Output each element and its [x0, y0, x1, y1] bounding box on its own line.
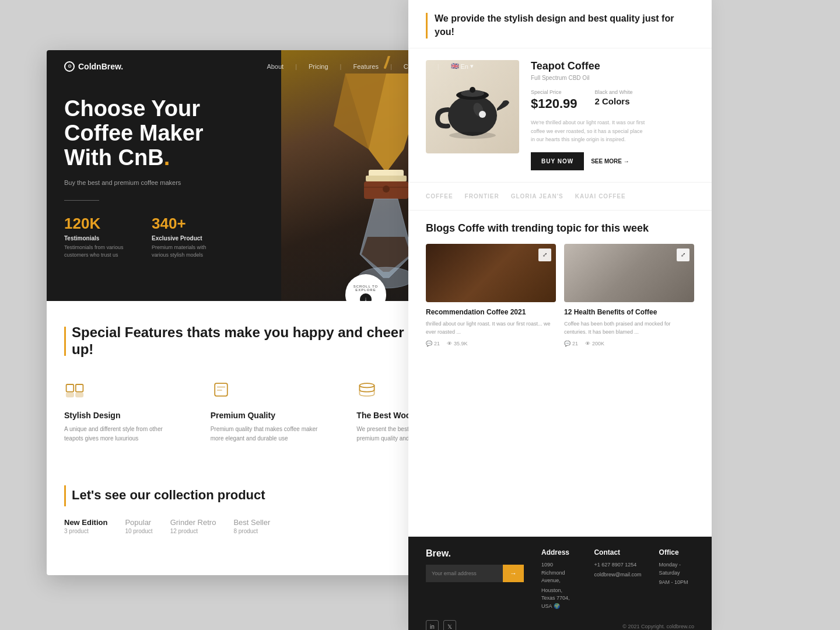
- hero-content: Choose Your Coffee Maker With CnB. Buy t…: [64, 97, 251, 259]
- newsletter-input[interactable]: [426, 565, 503, 582]
- tab-grinder-retro[interactable]: Grinder Retro 12 product: [170, 518, 216, 534]
- feature-name-0: Stylish Design: [64, 411, 181, 420]
- social-linkedin-icon[interactable]: in: [426, 620, 439, 630]
- tab-name-2: Grinder Retro: [170, 518, 216, 527]
- price-value: $120.99: [531, 96, 578, 111]
- nav-features[interactable]: Features: [353, 63, 378, 70]
- footer-office-days: Monday - Saturday: [659, 561, 694, 577]
- product-name: Teapot Coffee: [531, 60, 694, 72]
- footer-grid: Brew. → Address 1090 Richmond Avenue, Ho…: [426, 548, 694, 612]
- brand-3: KAUAI COFFEE: [575, 193, 626, 200]
- blog-excerpt-0: thrilled about our light roast. It was o…: [426, 320, 556, 336]
- feature-premium-quality: Premium Quality Premium quality that mak…: [211, 379, 328, 443]
- hero-stats: 120K Testimonials Testimonials from vari…: [64, 215, 251, 258]
- tab-count-1: 10 product: [125, 528, 152, 534]
- footer-address-line-0: 1090 Richmond Avenue,: [541, 561, 576, 585]
- footer-phone: +1 627 8907 1254: [594, 561, 641, 569]
- colors-value: 2 Colors: [595, 96, 633, 106]
- tab-name-3: Best Seller: [233, 518, 270, 527]
- hero-subtitle: Buy the best and premium coffee makers: [64, 179, 251, 186]
- stat-number-0: 120K: [64, 215, 128, 233]
- blog-section: Blogs Coffe with trending topic for this…: [408, 211, 712, 359]
- svg-point-13: [360, 383, 374, 387]
- buy-now-button[interactable]: BUY NOW: [531, 152, 584, 170]
- blog-image-0: ⤢: [426, 244, 556, 302]
- svg-point-14: [448, 95, 497, 136]
- comment-icon-1: 💬: [564, 341, 570, 346]
- nav-pricing[interactable]: Pricing: [309, 63, 328, 70]
- scroll-text: SCROLL TO EXPLORE: [345, 285, 386, 292]
- footer-address-line-1: Houston, Texas 7704, USA 🌍: [541, 587, 576, 611]
- blog-beans-background: [426, 244, 556, 302]
- best-wood-icon: [356, 379, 380, 402]
- footer-office-hours: 9AM - 10PM: [659, 579, 694, 587]
- footer-brand-col: Brew. →: [426, 548, 524, 612]
- brand-1: FRONTIER: [465, 193, 499, 200]
- blog-comments-1: 💬 21: [564, 341, 578, 346]
- tab-name-1: Popular: [125, 518, 152, 527]
- tab-count-0: 3 product: [64, 528, 107, 534]
- social-twitter-icon[interactable]: 𝕏: [443, 620, 456, 630]
- nav-contact[interactable]: Contact: [404, 63, 426, 70]
- newsletter-subscribe-button[interactable]: →: [503, 565, 524, 582]
- footer-bottom: in 𝕏 © 2021 Copyright. coldbrew.co: [426, 620, 694, 630]
- nav-about[interactable]: About: [267, 63, 284, 70]
- brand-0: COFFEE: [426, 193, 453, 200]
- stat-label-1: Exclusive Product: [152, 235, 216, 242]
- footer-address-col: Address 1090 Richmond Avenue, Houston, T…: [541, 548, 576, 612]
- svg-point-17: [470, 87, 475, 93]
- nav-language[interactable]: 🇬🇧 En ▾: [451, 62, 474, 70]
- footer: Brew. → Address 1090 Richmond Avenue, Ho…: [408, 537, 712, 630]
- price-label: Special Price: [531, 89, 578, 95]
- footer-logo: Brew.: [426, 548, 524, 559]
- footer-social: in 𝕏: [426, 620, 456, 630]
- comment-icon-0: 💬: [426, 341, 432, 346]
- svg-rect-8: [66, 393, 74, 397]
- feature-stylish-design: Stylish Design A unique and different st…: [64, 379, 181, 443]
- tab-popular[interactable]: Popular 10 product: [125, 518, 152, 534]
- svg-point-4: [383, 186, 390, 192]
- footer-contact-col: Contact +1 627 8907 1254 coldbrew@mail.c…: [594, 548, 641, 612]
- nav-divider-3: |: [390, 63, 392, 70]
- price-block: Special Price $120.99: [531, 89, 578, 111]
- svg-rect-9: [76, 393, 83, 397]
- tab-new-edition[interactable]: New Edition 3 product: [64, 518, 107, 534]
- blog-meta-1: 💬 21 👁 200K: [564, 341, 694, 346]
- features-accent: [64, 327, 66, 356]
- views-icon-0: 👁: [447, 341, 452, 346]
- svg-rect-1: [366, 176, 407, 181]
- svg-rect-7: [76, 384, 83, 392]
- product-pricing: Special Price $120.99 Black and White 2 …: [531, 89, 694, 111]
- collection-title: Let's see our collection product: [72, 488, 265, 503]
- logo-text: ColdnBrew.: [78, 62, 123, 71]
- tab-name-0: New Edition: [64, 518, 107, 527]
- feature-desc-1: Premium quality that makes coffee maker …: [211, 425, 328, 443]
- footer-office-title: Office: [659, 548, 694, 556]
- tab-best-seller[interactable]: Best Seller 8 product: [233, 518, 270, 534]
- blog-expand-icon-0[interactable]: ⤢: [538, 249, 551, 261]
- quote-text: We provide the stylish design and best q…: [435, 12, 694, 38]
- svg-rect-11: [216, 386, 225, 387]
- blog-image-1: ⤢: [564, 244, 694, 302]
- product-info: Teapot Coffee Full Spectrum CBD Oil Spec…: [531, 60, 694, 170]
- blog-meta-0: 💬 21 👁 35.9K: [426, 341, 556, 346]
- footer-office-col: Office Monday - Saturday 9AM - 10PM: [659, 548, 694, 612]
- blog-card-0: ⤢ Recommendation Coffee 2021 thrilled ab…: [426, 244, 556, 347]
- logo: ⊙ ColdnBrew.: [64, 61, 123, 72]
- stat-number-1: 340+: [152, 215, 216, 233]
- product-see-more-link[interactable]: SEE MORE →: [591, 158, 629, 164]
- feature-desc-0: A unique and different style from other …: [64, 425, 181, 443]
- stat-testimonials: 120K Testimonials Testimonials from vari…: [64, 215, 128, 258]
- stat-desc-1: Premium materials with various stylish m…: [152, 244, 216, 258]
- footer-copyright: © 2021 Copyright. coldbrew.co: [622, 624, 694, 629]
- footer-newsletter: →: [426, 565, 524, 582]
- colors-block: Black and White 2 Colors: [595, 89, 633, 111]
- brand-2: Gloria Jean's: [511, 193, 564, 200]
- footer-email: coldbrew@mail.com: [594, 571, 641, 579]
- svg-point-19: [449, 132, 496, 139]
- blog-expand-icon-1[interactable]: ⤢: [677, 249, 690, 261]
- feature-name-1: Premium Quality: [211, 411, 328, 420]
- blog-comments-0: 💬 21: [426, 341, 440, 346]
- blog-title: Blogs Coffe with trending topic for this…: [426, 222, 694, 235]
- product-description: We're thrilled about our light roast. It…: [531, 118, 648, 144]
